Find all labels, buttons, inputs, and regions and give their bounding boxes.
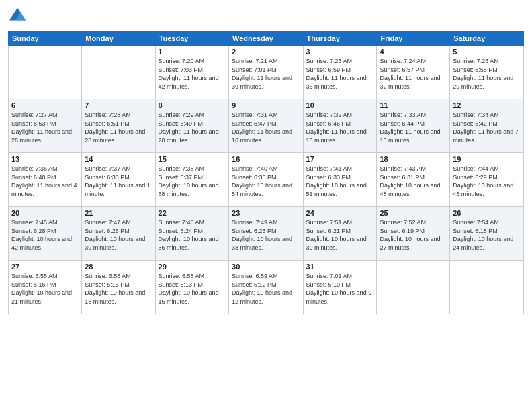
calendar-cell: 17Sunrise: 7:41 AMSunset: 6:33 PMDayligh… — [303, 153, 377, 207]
day-number: 5 — [453, 48, 521, 56]
weekday-header-cell: Saturday — [450, 32, 524, 46]
calendar-cell: 7Sunrise: 7:28 AMSunset: 6:51 PMDaylight… — [82, 99, 155, 153]
calendar-cell — [377, 261, 450, 314]
calendar-cell: 28Sunrise: 6:56 AMSunset: 5:15 PMDayligh… — [82, 261, 155, 314]
day-number: 26 — [453, 209, 521, 217]
weekday-header-cell: Monday — [82, 32, 155, 46]
day-info: Sunrise: 7:25 AMSunset: 6:55 PMDaylight:… — [453, 57, 521, 91]
calendar-cell: 15Sunrise: 7:38 AMSunset: 6:37 PMDayligh… — [155, 153, 228, 207]
calendar-cell — [450, 261, 524, 314]
day-info: Sunrise: 7:23 AMSunset: 6:59 PMDaylight:… — [306, 57, 374, 91]
calendar-cell: 20Sunrise: 7:45 AMSunset: 6:28 PMDayligh… — [9, 207, 82, 261]
day-info: Sunrise: 7:52 AMSunset: 6:19 PMDaylight:… — [380, 218, 447, 252]
day-number: 28 — [85, 263, 152, 271]
calendar-cell: 2Sunrise: 7:21 AMSunset: 7:01 PMDaylight… — [229, 46, 304, 99]
calendar-cell: 25Sunrise: 7:52 AMSunset: 6:19 PMDayligh… — [377, 207, 450, 261]
logo — [8, 7, 30, 26]
day-number: 7 — [85, 101, 152, 109]
day-info: Sunrise: 7:45 AMSunset: 6:28 PMDaylight:… — [11, 218, 79, 252]
day-number: 1 — [159, 48, 226, 56]
calendar-body: 1Sunrise: 7:20 AMSunset: 7:03 PMDaylight… — [9, 46, 524, 314]
day-info: Sunrise: 7:48 AMSunset: 6:24 PMDaylight:… — [159, 218, 226, 252]
calendar-cell — [82, 46, 155, 99]
day-number: 8 — [159, 101, 226, 109]
calendar-cell: 19Sunrise: 7:44 AMSunset: 6:29 PMDayligh… — [450, 153, 524, 207]
calendar-cell: 30Sunrise: 6:59 AMSunset: 5:12 PMDayligh… — [229, 261, 304, 314]
calendar-cell: 31Sunrise: 7:01 AMSunset: 5:10 PMDayligh… — [303, 261, 377, 314]
day-number: 13 — [11, 155, 79, 163]
day-number: 31 — [306, 263, 374, 271]
calendar-cell: 26Sunrise: 7:54 AMSunset: 6:18 PMDayligh… — [450, 207, 524, 261]
calendar: SundayMondayTuesdayWednesdayThursdayFrid… — [8, 31, 524, 314]
weekday-header-cell: Sunday — [9, 32, 82, 46]
weekday-header-cell: Tuesday — [155, 32, 228, 46]
day-number: 27 — [11, 263, 79, 271]
calendar-week-row: 27Sunrise: 6:55 AMSunset: 5:16 PMDayligh… — [9, 261, 524, 314]
day-info: Sunrise: 7:28 AMSunset: 6:51 PMDaylight:… — [85, 111, 152, 144]
day-number: 23 — [232, 209, 300, 217]
day-info: Sunrise: 7:38 AMSunset: 6:37 PMDaylight:… — [159, 165, 226, 198]
day-number: 25 — [380, 209, 447, 217]
day-info: Sunrise: 7:24 AMSunset: 6:57 PMDaylight:… — [380, 57, 447, 91]
calendar-cell: 13Sunrise: 7:36 AMSunset: 6:40 PMDayligh… — [9, 153, 82, 207]
day-number: 4 — [380, 48, 447, 56]
day-info: Sunrise: 7:34 AMSunset: 6:42 PMDaylight:… — [453, 111, 521, 144]
day-number: 6 — [11, 101, 79, 109]
calendar-cell: 3Sunrise: 7:23 AMSunset: 6:59 PMDaylight… — [303, 46, 377, 99]
day-info: Sunrise: 7:32 AMSunset: 6:46 PMDaylight:… — [306, 111, 374, 144]
calendar-cell: 22Sunrise: 7:48 AMSunset: 6:24 PMDayligh… — [155, 207, 228, 261]
day-info: Sunrise: 7:54 AMSunset: 6:18 PMDaylight:… — [453, 218, 521, 252]
header — [8, 7, 524, 26]
day-number: 11 — [380, 101, 447, 109]
day-number: 9 — [232, 101, 300, 109]
day-number: 16 — [232, 155, 300, 163]
day-info: Sunrise: 7:37 AMSunset: 6:38 PMDaylight:… — [85, 165, 152, 198]
day-info: Sunrise: 7:29 AMSunset: 6:49 PMDaylight:… — [159, 111, 226, 144]
day-info: Sunrise: 7:41 AMSunset: 6:33 PMDaylight:… — [306, 165, 374, 198]
calendar-cell: 4Sunrise: 7:24 AMSunset: 6:57 PMDaylight… — [377, 46, 450, 99]
day-number: 19 — [453, 155, 521, 163]
day-info: Sunrise: 6:55 AMSunset: 5:16 PMDaylight:… — [11, 272, 79, 306]
calendar-cell: 6Sunrise: 7:27 AMSunset: 6:53 PMDaylight… — [9, 99, 82, 153]
calendar-cell: 24Sunrise: 7:51 AMSunset: 6:21 PMDayligh… — [303, 207, 377, 261]
calendar-cell: 23Sunrise: 7:49 AMSunset: 6:23 PMDayligh… — [229, 207, 304, 261]
calendar-week-row: 13Sunrise: 7:36 AMSunset: 6:40 PMDayligh… — [9, 153, 524, 207]
logo-icon — [8, 7, 27, 26]
day-number: 17 — [306, 155, 374, 163]
day-number: 29 — [159, 263, 226, 271]
day-info: Sunrise: 7:21 AMSunset: 7:01 PMDaylight:… — [232, 57, 300, 91]
day-number: 3 — [306, 48, 374, 56]
calendar-cell: 18Sunrise: 7:43 AMSunset: 6:31 PMDayligh… — [377, 153, 450, 207]
day-info: Sunrise: 7:33 AMSunset: 6:44 PMDaylight:… — [380, 111, 447, 144]
calendar-cell: 21Sunrise: 7:47 AMSunset: 6:26 PMDayligh… — [82, 207, 155, 261]
day-number: 10 — [306, 101, 374, 109]
calendar-week-row: 6Sunrise: 7:27 AMSunset: 6:53 PMDaylight… — [9, 99, 524, 153]
day-number: 22 — [159, 209, 226, 217]
calendar-cell: 12Sunrise: 7:34 AMSunset: 6:42 PMDayligh… — [450, 99, 524, 153]
day-info: Sunrise: 7:49 AMSunset: 6:23 PMDaylight:… — [232, 218, 300, 252]
day-number: 2 — [232, 48, 300, 56]
weekday-header-row: SundayMondayTuesdayWednesdayThursdayFrid… — [9, 32, 524, 46]
calendar-cell: 27Sunrise: 6:55 AMSunset: 5:16 PMDayligh… — [9, 261, 82, 314]
day-info: Sunrise: 6:59 AMSunset: 5:12 PMDaylight:… — [232, 272, 300, 306]
day-number: 21 — [85, 209, 152, 217]
calendar-cell: 1Sunrise: 7:20 AMSunset: 7:03 PMDaylight… — [155, 46, 228, 99]
calendar-cell: 14Sunrise: 7:37 AMSunset: 6:38 PMDayligh… — [82, 153, 155, 207]
day-number: 30 — [232, 263, 300, 271]
calendar-cell: 16Sunrise: 7:40 AMSunset: 6:35 PMDayligh… — [229, 153, 304, 207]
calendar-cell: 5Sunrise: 7:25 AMSunset: 6:55 PMDaylight… — [450, 46, 524, 99]
day-number: 14 — [85, 155, 152, 163]
day-info: Sunrise: 7:20 AMSunset: 7:03 PMDaylight:… — [159, 57, 226, 91]
page: SundayMondayTuesdayWednesdayThursdayFrid… — [0, 0, 532, 411]
calendar-cell: 9Sunrise: 7:31 AMSunset: 6:47 PMDaylight… — [229, 99, 304, 153]
calendar-cell — [9, 46, 82, 99]
weekday-header-cell: Thursday — [303, 32, 377, 46]
day-info: Sunrise: 7:31 AMSunset: 6:47 PMDaylight:… — [232, 111, 300, 144]
day-info: Sunrise: 6:56 AMSunset: 5:15 PMDaylight:… — [85, 272, 152, 306]
calendar-cell: 29Sunrise: 6:58 AMSunset: 5:13 PMDayligh… — [155, 261, 228, 314]
calendar-week-row: 20Sunrise: 7:45 AMSunset: 6:28 PMDayligh… — [9, 207, 524, 261]
day-number: 24 — [306, 209, 374, 217]
weekday-header-cell: Friday — [377, 32, 450, 46]
day-info: Sunrise: 7:51 AMSunset: 6:21 PMDaylight:… — [306, 218, 374, 252]
day-info: Sunrise: 7:44 AMSunset: 6:29 PMDaylight:… — [453, 165, 521, 198]
